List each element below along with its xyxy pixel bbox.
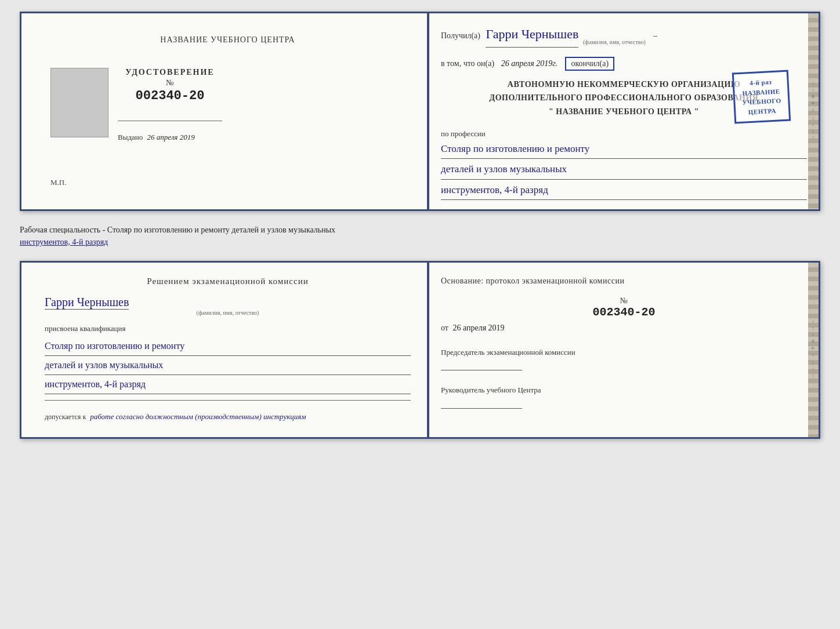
top-spread: НАЗВАНИЕ УЧЕБНОГО ЦЕНТРА УДОСТОВЕРЕНИЕ №… bbox=[20, 12, 820, 211]
side-letter-dash3: – bbox=[810, 117, 817, 121]
issued-row: Выдано 26 апреля 2019 bbox=[118, 133, 222, 142]
basis-number: 002340-20 bbox=[441, 306, 807, 319]
subtitle-prefix: Рабочая специальность - Столяр по изгото… bbox=[20, 226, 335, 234]
stamp-overlay: 4-й раз НАЗВАНИЕ УЧЕБНОГО ЦЕНТРА bbox=[732, 70, 791, 124]
bottom-name: Гарри Чернышев bbox=[45, 296, 129, 310]
side-letter-dash2: – bbox=[810, 89, 817, 93]
chairman-role: Председатель экзаменационной комиссии bbox=[441, 347, 807, 371]
decision-title: Решением экзаменационной комиссии bbox=[45, 277, 411, 286]
bottom-profession-3: инструментов, 4-й разряд bbox=[45, 375, 411, 394]
bottom-name-section: Гарри Чернышев (фамилия, имя, отчество) bbox=[45, 296, 411, 316]
photo-placeholder bbox=[50, 68, 108, 137]
by-profession-label: по профессии bbox=[441, 129, 486, 138]
basis-date-prefix: от bbox=[441, 323, 448, 332]
title-label: НАЗВАНИЕ УЧЕБНОГО ЦЕНТРА bbox=[160, 35, 295, 45]
profession-line2-top: деталей и узлов музыкальных bbox=[441, 160, 807, 179]
side-letter-a: а bbox=[810, 101, 817, 105]
profession-line3-top: инструментов, 4-й разряд bbox=[441, 181, 807, 200]
director-label: Руководитель учебного Центра bbox=[441, 386, 541, 394]
side-letter-arrow: ← bbox=[810, 108, 817, 115]
profession-line1-top: Столяр по изготовлению и ремонту bbox=[441, 140, 807, 159]
subtitle-underline: инструментов, 4-й разряд bbox=[20, 238, 108, 246]
issued-date: 26 апреля 2019 bbox=[147, 133, 195, 141]
basis-label: Основание: протокол экзаменационной коми… bbox=[441, 277, 807, 286]
basis-date-row: от 26 апреля 2019 bbox=[441, 323, 807, 333]
in-that-label: в том, что он(а) bbox=[441, 59, 494, 68]
side-b-a: а bbox=[810, 347, 817, 350]
basis-date-value: 26 апреля 2019 bbox=[452, 323, 504, 332]
cert-type-label: УДОСТОВЕРЕНИЕ bbox=[118, 68, 222, 77]
stamp-line4: ЦЕНТРА bbox=[743, 106, 782, 117]
chairman-label: Председатель экзаменационной комиссии bbox=[441, 348, 575, 357]
in-that-section: в том, что он(а) 26 апреля 2019г. окончи… bbox=[441, 57, 807, 71]
seal-label: М.П. bbox=[50, 178, 66, 187]
side-b-arrow: ← bbox=[810, 352, 817, 359]
side-b-dash4: – bbox=[810, 362, 817, 366]
director-sig-line bbox=[441, 398, 522, 409]
basis-number-prefix: № bbox=[620, 296, 628, 305]
right-edge-bottom: – – – и а ← – – – bbox=[808, 263, 819, 437]
by-profession-section: по профессии bbox=[441, 129, 807, 139]
side-b-dash2: – bbox=[810, 327, 817, 331]
top-right-page: Получил(а) Гарри Чернышев (фамилия, имя,… bbox=[429, 13, 819, 209]
side-b-dash3: – bbox=[810, 333, 817, 337]
finished-label: окончил(а) bbox=[565, 57, 614, 71]
bottom-profession-1: Столяр по изготовлению и ремонту bbox=[45, 337, 411, 356]
side-letter-i: и bbox=[810, 95, 817, 99]
signature-section: Председатель экзаменационной комиссии Ру… bbox=[441, 347, 807, 409]
bottom-fio-hint: (фамилия, имя, отчество) bbox=[45, 310, 411, 316]
bottom-right-page: Основание: протокол экзаменационной коми… bbox=[429, 263, 819, 437]
subtitle-section: Рабочая специальность - Столяр по изгото… bbox=[20, 221, 820, 250]
cert-number-section: УДОСТОВЕРЕНИЕ № 002340-20 bbox=[118, 68, 222, 103]
allowed-prefix: допускается к bbox=[45, 413, 86, 421]
side-letter-dash4: – bbox=[810, 123, 817, 128]
issued-label: Выдано bbox=[118, 133, 143, 141]
received-section: Получил(а) Гарри Чернышев (фамилия, имя,… bbox=[441, 23, 807, 48]
right-edge-top: – – и а ← – – – – bbox=[808, 13, 819, 209]
dash-after-name: – bbox=[653, 31, 657, 40]
cert-number-value: 002340-20 bbox=[118, 89, 222, 103]
bottom-left-page: Решением экзаменационной комиссии Гарри … bbox=[21, 263, 429, 437]
side-letter-dash1: – bbox=[810, 82, 817, 86]
side-letter-dash6: – bbox=[810, 136, 817, 140]
recipient-name: Гарри Чернышев bbox=[486, 23, 578, 48]
side-b-dash6: – bbox=[810, 375, 817, 379]
qualification-label: присвоена квалификация bbox=[45, 324, 411, 333]
allowed-section: допускается к работе согласно должностны… bbox=[45, 411, 411, 423]
bottom-profession-2: деталей и узлов музыкальных bbox=[45, 356, 411, 375]
side-b-dash1: – bbox=[810, 321, 817, 325]
received-label: Получил(а) bbox=[441, 31, 480, 40]
chairman-sig-line bbox=[441, 360, 522, 370]
top-left-page: НАЗВАНИЕ УЧЕБНОГО ЦЕНТРА УДОСТОВЕРЕНИЕ №… bbox=[21, 13, 429, 209]
number-prefix: № bbox=[166, 78, 173, 87]
allowed-italic: работе согласно должностным (производств… bbox=[90, 412, 306, 421]
fio-hint-top: (фамилия, имя, отчество) bbox=[583, 39, 646, 45]
cert-date: 26 апреля 2019г. bbox=[501, 59, 557, 68]
side-b-dash5: – bbox=[810, 368, 817, 372]
side-b-i: и bbox=[810, 340, 817, 344]
director-role: Руководитель учебного Центра bbox=[441, 384, 807, 409]
bottom-spread: Решением экзаменационной комиссии Гарри … bbox=[20, 261, 820, 439]
side-letter-dash5: – bbox=[810, 130, 817, 134]
